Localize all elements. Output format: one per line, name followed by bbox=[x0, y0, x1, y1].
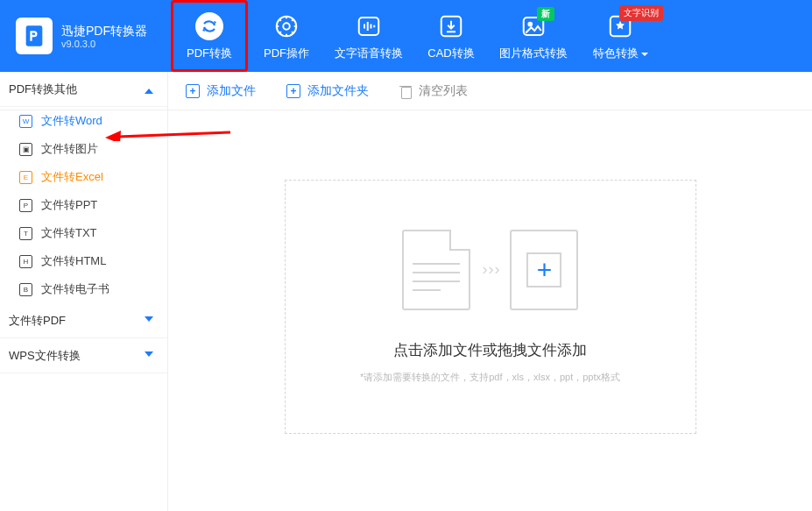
nav-feature[interactable]: 文字识别 特色转换 bbox=[577, 0, 663, 72]
nav-label: PDF操作 bbox=[264, 46, 309, 61]
trash-icon bbox=[399, 84, 412, 98]
svg-point-6 bbox=[528, 23, 532, 26]
chevron-down-icon bbox=[145, 316, 153, 325]
category-label: PDF转换其他 bbox=[9, 82, 77, 97]
txt-icon: T bbox=[19, 227, 32, 240]
drop-zone[interactable]: › › › + 点击添加文件或拖拽文件添加 *请添加需要转换的文件，支持pdf，… bbox=[285, 180, 696, 434]
sidebar-item-label: 文件转电子书 bbox=[41, 281, 109, 297]
plus-folder-icon: + bbox=[286, 84, 300, 98]
button-label: 清空列表 bbox=[419, 83, 468, 99]
svg-point-2 bbox=[283, 23, 290, 30]
nav-label: 图片格式转换 bbox=[499, 46, 568, 61]
category-wps[interactable]: WPS文件转换 bbox=[0, 338, 167, 373]
sidebar-item-label: 文件转图片 bbox=[41, 141, 98, 157]
button-label: 添加文件夹 bbox=[307, 83, 369, 99]
html-icon: H bbox=[19, 255, 32, 268]
arrows-right-icon: › › › bbox=[483, 260, 498, 279]
nav-image[interactable]: 新 图片格式转换 bbox=[490, 0, 577, 72]
refresh-convert-icon bbox=[194, 11, 224, 42]
document-icon bbox=[402, 230, 470, 310]
svg-rect-3 bbox=[359, 18, 379, 35]
drop-zone-hint: *请添加需要转换的文件，支持pdf，xls，xlsx，ppt，pptx格式 bbox=[360, 371, 620, 384]
app-logo-icon bbox=[16, 18, 53, 54]
audio-wave-icon bbox=[356, 11, 382, 42]
excel-icon: E bbox=[19, 171, 32, 184]
category-label: 文件转PDF bbox=[9, 313, 66, 329]
category-to-pdf[interactable]: 文件转PDF bbox=[0, 303, 167, 338]
sidebar-item-word[interactable]: W文件转Word bbox=[0, 107, 167, 135]
nav-label: PDF转换 bbox=[187, 46, 232, 61]
nav-tabs: PDF转换 PDF操作 文字语音转换 CAD转换 新 图片格式转换 bbox=[171, 0, 663, 72]
chevron-down-icon bbox=[641, 53, 648, 56]
app-logo-block: 迅捷PDF转换器 v9.0.3.0 bbox=[0, 18, 171, 54]
nav-label: CAD转换 bbox=[427, 46, 474, 61]
add-file-button[interactable]: +添加文件 bbox=[186, 83, 256, 99]
app-title: 迅捷PDF转换器 bbox=[61, 23, 147, 39]
add-folder-button[interactable]: +添加文件夹 bbox=[286, 83, 369, 99]
svg-point-0 bbox=[195, 12, 223, 40]
clear-list-button[interactable]: 清空列表 bbox=[399, 83, 468, 99]
sidebar-item-html[interactable]: H文件转HTML bbox=[0, 247, 167, 275]
sidebar-item-txt[interactable]: T文件转TXT bbox=[0, 219, 167, 247]
new-badge: 新 bbox=[537, 7, 554, 21]
nav-cad[interactable]: CAD转换 bbox=[413, 0, 490, 72]
nav-label: 特色转换 bbox=[593, 46, 648, 61]
sidebar-item-label: 文件转HTML bbox=[41, 253, 106, 269]
category-label: WPS文件转换 bbox=[9, 348, 81, 364]
sidebar-item-label: 文件转Excel bbox=[41, 169, 103, 185]
category-pdf-other[interactable]: PDF转换其他 bbox=[0, 72, 167, 107]
download-box-icon bbox=[438, 11, 464, 42]
ebook-icon: B bbox=[19, 283, 32, 296]
add-target-icon: + bbox=[510, 230, 578, 310]
nav-pdf-ops[interactable]: PDF操作 bbox=[248, 0, 325, 72]
drop-zone-illustration: › › › + bbox=[402, 230, 579, 310]
main-content: › › › + 点击添加文件或拖拽文件添加 *请添加需要转换的文件，支持pdf，… bbox=[168, 110, 812, 511]
gear-icon bbox=[273, 11, 300, 42]
sidebar-item-image[interactable]: ▣文件转图片 bbox=[0, 135, 167, 163]
button-label: 添加文件 bbox=[207, 83, 256, 99]
header-bar: 迅捷PDF转换器 v9.0.3.0 PDF转换 PDF操作 文字语音转换 bbox=[0, 0, 812, 72]
sidebar-item-ppt[interactable]: P文件转PPT bbox=[0, 191, 167, 219]
ppt-icon: P bbox=[19, 199, 32, 212]
sidebar-item-label: 文件转TXT bbox=[41, 225, 97, 241]
plus-file-icon: + bbox=[186, 84, 200, 98]
app-version: v9.0.3.0 bbox=[61, 39, 147, 49]
image-file-icon: ▣ bbox=[19, 143, 32, 156]
sidebar-item-label: 文件转Word bbox=[41, 113, 102, 129]
sidebar-item-label: 文件转PPT bbox=[41, 197, 97, 213]
plus-icon: + bbox=[537, 257, 553, 283]
sidebar-item-ebook[interactable]: B文件转电子书 bbox=[0, 275, 167, 303]
sidebar-item-excel[interactable]: E文件转Excel bbox=[0, 163, 167, 191]
nav-pdf-convert[interactable]: PDF转换 bbox=[171, 0, 248, 72]
drop-zone-text: 点击添加文件或拖拽文件添加 bbox=[393, 340, 587, 360]
word-icon: W bbox=[19, 115, 32, 128]
nav-label: 文字语音转换 bbox=[335, 46, 403, 61]
sidebar: PDF转换其他 W文件转Word ▣文件转图片 E文件转Excel P文件转PP… bbox=[0, 72, 168, 511]
chevron-down-icon bbox=[145, 351, 153, 360]
ocr-badge: 文字识别 bbox=[619, 5, 663, 21]
chevron-up-icon bbox=[145, 85, 153, 94]
nav-tts[interactable]: 文字语音转换 bbox=[325, 0, 413, 72]
